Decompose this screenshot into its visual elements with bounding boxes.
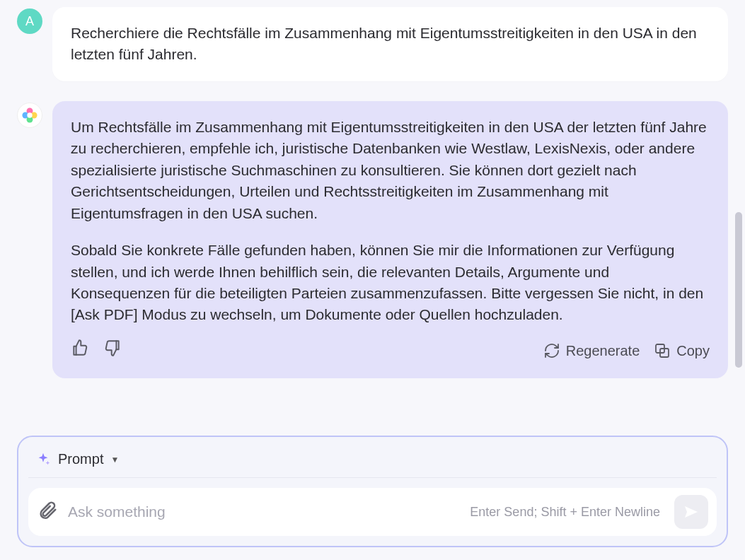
assistant-avatar (17, 103, 42, 128)
message-actions: Regenerate Copy (71, 339, 710, 363)
copy-label: Copy (676, 341, 710, 361)
thumbs-down-icon (103, 339, 122, 357)
composer-input[interactable] (68, 503, 460, 520)
send-icon (683, 503, 700, 520)
assistant-paragraph-1: Um Rechtsfälle im Zusammenhang mit Eigen… (71, 117, 710, 224)
user-message-bubble: Recherchiere die Rechtsfälle im Zusammen… (52, 7, 728, 81)
assistant-paragraph-2: Sobald Sie konkrete Fälle gefunden haben… (71, 240, 710, 326)
thumbs-down-button[interactable] (103, 339, 122, 363)
sparkle-icon (35, 452, 51, 467)
scrollbar-thumb[interactable] (735, 212, 742, 368)
copy-button[interactable]: Copy (654, 341, 710, 361)
regenerate-button[interactable]: Regenerate (543, 341, 640, 361)
user-message-text: Recherchiere die Rechtsfälle im Zusammen… (71, 25, 697, 62)
copy-icon (654, 342, 671, 359)
svg-point-4 (27, 112, 32, 117)
chat-area: A Recherchiere die Rechtsfälle im Zusamm… (0, 0, 745, 378)
user-avatar: A (17, 8, 42, 34)
thumbs-up-button[interactable] (71, 339, 89, 363)
user-avatar-initial: A (25, 14, 34, 29)
composer-mode-selector[interactable]: Prompt ▼ (28, 447, 717, 478)
composer-input-row: Enter Send; Shift + Enter Newline (28, 488, 717, 536)
scrollbar[interactable] (735, 0, 744, 560)
regenerate-label: Regenerate (566, 341, 640, 361)
paperclip-icon (37, 500, 58, 521)
assistant-message-bubble: Um Rechtsfälle im Zusammenhang mit Eigen… (52, 101, 728, 378)
user-message-row: A Recherchiere die Rechtsfälle im Zusamm… (17, 7, 728, 81)
attach-button[interactable] (37, 500, 58, 524)
refresh-icon (543, 342, 560, 359)
assistant-message-row: Um Rechtsfälle im Zusammenhang mit Eigen… (17, 101, 728, 378)
assistant-logo-icon (21, 106, 39, 124)
composer-hint: Enter Send; Shift + Enter Newline (470, 505, 660, 520)
composer-mode-label: Prompt (58, 451, 103, 467)
composer: Prompt ▼ Enter Send; Shift + Enter Newli… (17, 436, 728, 547)
thumbs-up-icon (71, 339, 89, 357)
send-button[interactable] (674, 495, 708, 529)
chevron-down-icon: ▼ (110, 455, 119, 465)
